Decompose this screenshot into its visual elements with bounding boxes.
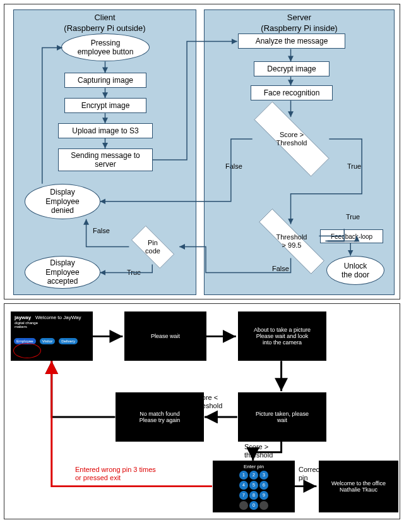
- screen-please-wait: Please wait: [124, 311, 206, 361]
- key-7[interactable]: 7: [239, 491, 248, 500]
- label-true-995: True: [346, 213, 360, 221]
- label-wrong-pin: Entered wrong pin 3 times or pressed exi…: [75, 466, 156, 482]
- label-false-score: False: [225, 162, 242, 170]
- flowchart-ui-screens: jayway Welcome to JayWay digital change …: [4, 303, 400, 519]
- node-employee-accepted: Display Employee accepted: [25, 256, 100, 289]
- label-false-995: False: [272, 265, 289, 272]
- node-encrypt-image: Encrypt image: [64, 98, 146, 113]
- keypad[interactable]: 1 2 3 4 5 6 7 8 9 0: [239, 471, 268, 510]
- node-analyze-message: Analyze the message: [238, 33, 345, 49]
- screen-welcome-office: Welcome to the office Nathalie Tkauc: [319, 461, 398, 512]
- key-5[interactable]: 5: [249, 481, 258, 490]
- node-pin-code: Pin code: [124, 227, 181, 267]
- key-2[interactable]: 2: [249, 471, 258, 480]
- label-score-gt: Score > threshold: [244, 443, 273, 459]
- label-score-lt: Score < threshold: [194, 394, 222, 410]
- label-correct-pin: Correct pin: [299, 466, 321, 482]
- key-1[interactable]: 1: [239, 471, 248, 480]
- key-8[interactable]: 8: [249, 491, 258, 500]
- node-feedback-loop: Feedback-loop: [320, 229, 383, 243]
- key-9[interactable]: 9: [259, 491, 268, 500]
- node-score-threshold: Score > Threshold: [244, 111, 339, 167]
- node-unlock-door: Unlock the door: [326, 256, 384, 285]
- key-3[interactable]: 3: [259, 471, 268, 480]
- node-press-button: Pressing employee button: [61, 33, 150, 61]
- key-6[interactable]: 6: [259, 481, 268, 490]
- btn-visitor[interactable]: Visitor: [40, 338, 56, 344]
- node-upload-s3: Upload image to S3: [58, 123, 153, 138]
- node-face-recognition: Face recognition: [251, 85, 333, 100]
- screen-no-match: No match found Please try again: [116, 392, 204, 442]
- screen-picture-taken: Picture taken, please wait: [238, 392, 326, 442]
- node-employee-denied: Display Employee denied: [25, 184, 100, 219]
- server-panel-title: Server (Raspberry Pi inside): [205, 10, 394, 35]
- key-0[interactable]: 0: [249, 501, 258, 510]
- node-decrypt-image: Decrypt image: [254, 61, 330, 76]
- client-panel-title: Client (Raspberry Pi outside): [14, 10, 196, 35]
- flowchart-client-server: Client (Raspberry Pi outside) Server (Ra…: [4, 4, 400, 299]
- screen-about-picture: About to take a picture Please wait and …: [238, 311, 326, 361]
- btn-delivery[interactable]: Delivery: [59, 338, 78, 344]
- key-clear[interactable]: [239, 501, 248, 510]
- highlight-employee-button: [13, 343, 41, 358]
- key-4[interactable]: 4: [239, 481, 248, 490]
- node-send-message: Sending message to server: [58, 148, 153, 171]
- key-ok[interactable]: [259, 501, 268, 510]
- label-false-pin: False: [93, 227, 110, 234]
- label-true-pin: True: [127, 269, 141, 276]
- node-capture: Capturing image: [64, 73, 146, 88]
- screen-enter-pin: Enter pin 1 2 3 4 5 6 7 8 9 0: [213, 461, 295, 512]
- label-true-score: True: [347, 162, 361, 170]
